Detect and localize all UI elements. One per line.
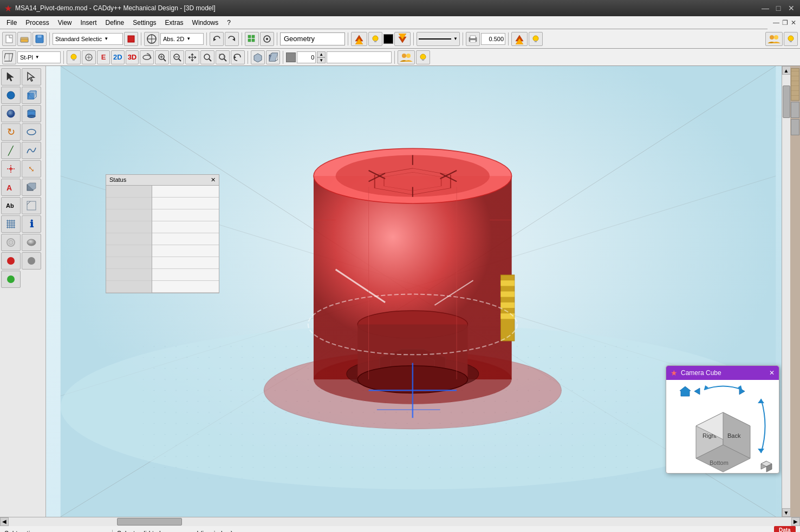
layer-stepper[interactable]: ▲ ▼ (317, 51, 326, 63)
3d-button[interactable]: 3D (126, 50, 139, 64)
layer-down-button[interactable] (394, 32, 411, 46)
transform-button[interactable]: ⤡ (22, 160, 41, 178)
stop-button[interactable] (1, 252, 21, 270)
new-button[interactable] (2, 32, 16, 46)
bulb-right-button[interactable] (784, 32, 798, 46)
zoom-window-button[interactable] (216, 50, 230, 64)
select-tool-button[interactable] (1, 68, 21, 86)
edit-button[interactable]: E (97, 50, 110, 64)
users-button[interactable] (765, 32, 783, 46)
text-button[interactable]: A (1, 179, 21, 196)
curve-button[interactable] (22, 142, 41, 159)
scroll-left-button[interactable]: ◀ (0, 517, 9, 526)
scroll-up-button[interactable]: ▲ (782, 66, 791, 75)
open-button[interactable] (17, 32, 31, 46)
plane-icon[interactable] (2, 50, 16, 64)
scroll-down-button[interactable]: ▼ (782, 508, 791, 517)
color-swatch[interactable] (383, 34, 393, 44)
go-button[interactable] (1, 271, 21, 288)
circle-2d-button[interactable] (1, 87, 21, 104)
cube-3d-button[interactable] (22, 87, 41, 104)
zoom-prev-button[interactable] (231, 50, 245, 64)
selection-mode-dropdown[interactable]: Standard Selectic ▼ (53, 33, 123, 45)
grid-button[interactable] (245, 32, 259, 46)
bulb-button2[interactable] (529, 32, 543, 46)
zoom-all-button[interactable] (170, 50, 184, 64)
zoom-button[interactable] (155, 50, 169, 64)
viewport[interactable]: Status ✕ (46, 66, 790, 517)
ellipsoid-button[interactable] (22, 234, 41, 251)
shape-3d-button[interactable] (251, 50, 265, 64)
menu-view[interactable]: View (54, 18, 76, 28)
plane-dropdown[interactable]: St-Pl ▼ (17, 51, 61, 63)
coord-mode-dropdown[interactable]: Abs. 2D ▼ (160, 33, 204, 45)
scroll-track[interactable] (782, 75, 791, 508)
menu-define[interactable]: Define (101, 18, 129, 28)
app-restore-button[interactable]: ❐ (781, 18, 789, 27)
vertical-scrollbar[interactable]: ▲ ▼ (782, 66, 790, 517)
users-button2[interactable] (398, 50, 415, 64)
sphere-button[interactable] (1, 105, 21, 122)
scroll-thumb[interactable] (783, 86, 790, 118)
rotate-button[interactable]: ↻ (1, 123, 21, 141)
ellipse-button[interactable] (22, 123, 41, 141)
scroll-right-button[interactable]: ▶ (791, 517, 800, 526)
window-maximize-button[interactable]: □ (774, 4, 783, 12)
window-minimize-button[interactable]: — (761, 4, 770, 12)
layer-name-input[interactable] (327, 51, 392, 63)
2d-button[interactable]: 2D (111, 50, 125, 64)
snap-button[interactable] (124, 32, 138, 46)
redo-button[interactable] (225, 32, 239, 46)
scroll-h-track[interactable] (9, 517, 791, 526)
app-close-button[interactable]: ✕ (789, 18, 798, 27)
menu-settings[interactable]: Settings (128, 18, 160, 28)
chamfer-button[interactable] (22, 197, 41, 214)
menu-process[interactable]: Process (21, 18, 53, 28)
print-button[interactable] (466, 32, 480, 46)
solid-box-button[interactable] (22, 179, 41, 196)
bulb-tb2[interactable] (67, 50, 81, 64)
side-panel-btn2[interactable] (791, 119, 799, 135)
box-solid-button[interactable] (266, 50, 280, 64)
menu-windows[interactable]: Windows (188, 18, 223, 28)
geometry-dropdown[interactable]: Geometry (280, 32, 345, 45)
menu-insert[interactable]: Insert (76, 18, 101, 28)
rotate3d-button[interactable] (140, 50, 154, 64)
coord-system-button[interactable] (144, 32, 159, 46)
line-width-input[interactable] (481, 33, 505, 45)
menu-file[interactable]: File (2, 18, 21, 28)
point-button[interactable] (1, 160, 21, 178)
layer-button2[interactable] (511, 32, 528, 46)
ring-button[interactable] (1, 234, 21, 251)
line-style-dropdown[interactable]: ▼ (417, 32, 460, 46)
select-smart-button[interactable] (22, 68, 41, 86)
view-button[interactable] (260, 32, 274, 46)
layer-up-stepper[interactable]: ▲ (317, 51, 326, 57)
cylinder-button[interactable] (22, 105, 41, 122)
window-close-button[interactable]: ✕ (787, 4, 796, 12)
layer-number-input[interactable] (297, 51, 316, 63)
horizontal-scrollbar[interactable]: ◀ ▶ (0, 517, 800, 526)
status-panel-close-button[interactable]: ✕ (211, 176, 216, 183)
hatch-button[interactable] (1, 215, 21, 233)
side-panel-btn1[interactable] (791, 102, 799, 118)
line-button[interactable]: ╱ (1, 142, 21, 159)
camera-cube-close-button[interactable]: ✕ (769, 369, 775, 377)
layer-down-stepper[interactable]: ▼ (317, 57, 326, 63)
info-button[interactable]: ℹ (22, 215, 41, 233)
snap-view-button[interactable] (82, 50, 96, 64)
bulb-button[interactable] (368, 32, 382, 46)
text2-button[interactable]: Ab (1, 197, 21, 214)
neutral-button[interactable] (22, 252, 41, 270)
undo-button[interactable] (210, 32, 224, 46)
bulb-tb2-right[interactable] (416, 50, 430, 64)
zoom-pan-button[interactable] (200, 50, 214, 64)
pan-button[interactable] (185, 50, 199, 64)
layer-color-swatch[interactable] (286, 52, 296, 62)
save-button[interactable] (32, 32, 47, 46)
scroll-h-thumb[interactable] (117, 518, 182, 526)
app-minimize-button[interactable]: — (772, 18, 781, 27)
menu-help[interactable]: ? (223, 18, 235, 28)
layer-up-button[interactable] (351, 32, 367, 46)
menu-extras[interactable]: Extras (161, 18, 188, 28)
